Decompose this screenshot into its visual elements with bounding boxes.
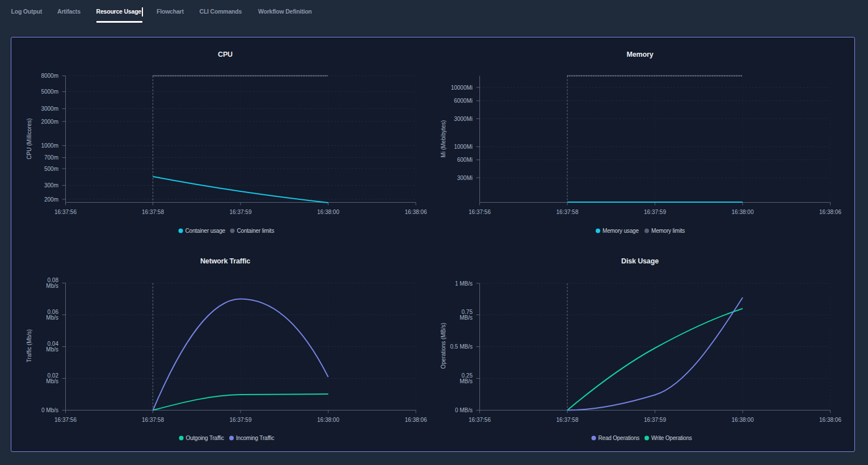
svg-text:3000Mi: 3000Mi (454, 116, 473, 122)
svg-text:16:37:56: 16:37:56 (469, 209, 491, 215)
svg-text:8000m: 8000m (41, 73, 58, 79)
svg-text:16:38:06: 16:38:06 (405, 209, 427, 215)
svg-text:Traffic (Mb/s): Traffic (Mb/s) (26, 329, 32, 362)
svg-text:CPU (Millicores): CPU (Millicores) (26, 118, 32, 159)
svg-text:Mb/s: Mb/s (46, 283, 58, 289)
svg-text:Mb/s: Mb/s (46, 346, 58, 353)
svg-text:3000m: 3000m (41, 106, 58, 112)
svg-text:Read Operations: Read Operations (599, 435, 640, 441)
svg-text:Memory: Memory (626, 51, 653, 58)
svg-text:16:38:00: 16:38:00 (732, 417, 754, 423)
svg-text:16:38:06: 16:38:06 (405, 417, 427, 423)
svg-text:Mb/s: Mb/s (46, 378, 58, 384)
svg-text:10000Mi: 10000Mi (451, 85, 473, 91)
svg-text:MB/s: MB/s (460, 378, 473, 384)
svg-text:16:38:00: 16:38:00 (317, 209, 339, 215)
svg-text:Disk Usage: Disk Usage (621, 257, 659, 265)
svg-text:16:38:00: 16:38:00 (732, 209, 754, 215)
svg-text:0.5 MB/s: 0.5 MB/s (450, 343, 473, 350)
svg-text:16:38:06: 16:38:06 (819, 417, 841, 423)
svg-text:2000m: 2000m (41, 119, 58, 125)
svg-text:16:37:59: 16:37:59 (230, 417, 252, 423)
svg-text:300Mi: 300Mi (457, 175, 473, 181)
svg-text:16:37:58: 16:37:58 (557, 417, 579, 423)
svg-text:16:37:56: 16:37:56 (469, 417, 491, 423)
svg-text:Memory limits: Memory limits (651, 228, 685, 234)
svg-text:Operations (MB/s): Operations (MB/s) (440, 322, 446, 368)
svg-text:16:37:59: 16:37:59 (644, 209, 666, 215)
svg-text:Network Traffic: Network Traffic (200, 257, 250, 265)
svg-text:1000Mi: 1000Mi (454, 144, 473, 150)
svg-text:16:38:06: 16:38:06 (819, 209, 841, 215)
svg-text:16:37:56: 16:37:56 (54, 209, 77, 215)
svg-text:Memory usage: Memory usage (602, 228, 639, 234)
svg-text:5000m: 5000m (41, 89, 58, 95)
svg-text:CPU: CPU (218, 51, 233, 58)
svg-text:Write Operations: Write Operations (651, 435, 692, 441)
svg-text:16:38:00: 16:38:00 (317, 417, 339, 423)
svg-text:Outgoing Traffic: Outgoing Traffic (186, 435, 224, 441)
svg-text:16:37:58: 16:37:58 (142, 209, 164, 215)
svg-text:16:37:59: 16:37:59 (230, 209, 252, 215)
svg-text:MB/s: MB/s (460, 315, 473, 321)
svg-text:Container limits: Container limits (237, 228, 275, 234)
svg-text:Mb/s: Mb/s (46, 315, 58, 321)
svg-text:16:37:59: 16:37:59 (644, 417, 666, 423)
svg-text:1 MB/s: 1 MB/s (455, 280, 473, 287)
svg-text:200m: 200m (44, 196, 58, 203)
svg-text:0 MB/s: 0 MB/s (455, 407, 473, 413)
svg-text:600Mi: 600Mi (457, 157, 473, 163)
svg-text:500m: 500m (44, 166, 58, 172)
svg-text:1000m: 1000m (41, 143, 58, 149)
svg-text:300m: 300m (44, 182, 58, 188)
svg-text:Container usage: Container usage (186, 228, 226, 234)
svg-text:Incoming Traffic: Incoming Traffic (236, 435, 274, 441)
svg-text:16:37:58: 16:37:58 (142, 417, 164, 423)
svg-text:16:37:56: 16:37:56 (54, 417, 77, 423)
svg-text:0 Mb/s: 0 Mb/s (41, 407, 58, 413)
svg-text:6000Mi: 6000Mi (454, 98, 473, 104)
svg-text:16:37:58: 16:37:58 (557, 209, 579, 215)
svg-text:700m: 700m (44, 154, 58, 161)
svg-text:Mi (Mebibytes): Mi (Mebibytes) (440, 120, 446, 158)
